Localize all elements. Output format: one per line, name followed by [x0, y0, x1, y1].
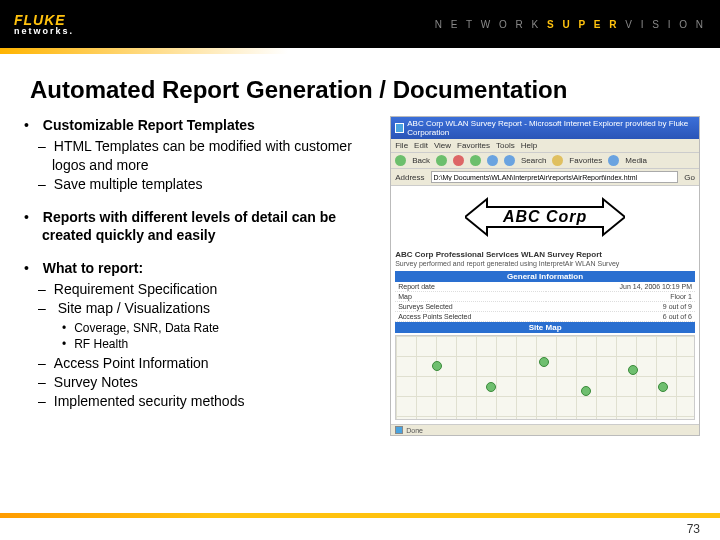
media-label[interactable]: Media	[625, 156, 647, 165]
bullet-3-1: Requirement Specification	[52, 280, 382, 299]
access-point-icon	[539, 357, 549, 367]
media-icon[interactable]	[608, 155, 619, 166]
done-icon	[395, 426, 403, 434]
table-row: Report dateJun 14, 2006 10:19 PM	[395, 282, 695, 292]
tagline-highlight: S U P E R	[547, 19, 619, 30]
ie-icon	[395, 123, 404, 133]
slide-title: Automated Report Generation / Documentat…	[0, 54, 720, 116]
status-bar: Done	[391, 424, 699, 435]
section-site-map: Site Map	[395, 322, 695, 333]
bullet-3-2-1: Coverage, SNR, Data Rate	[76, 320, 382, 336]
bullet-3-5: Implemented security methods	[52, 392, 382, 411]
access-point-icon	[486, 382, 496, 392]
bullet-1: Customizable Report Templates HTML Templ…	[42, 116, 382, 194]
cell-val: 6 out of 6	[546, 312, 695, 322]
brand-sub: networks.	[14, 26, 74, 36]
access-point-icon	[658, 382, 668, 392]
bullet-1-2: Save multiple templates	[52, 175, 382, 194]
menu-view[interactable]: View	[434, 141, 451, 150]
home-icon[interactable]	[487, 155, 498, 166]
window-titlebar[interactable]: ABC Corp WLAN Survey Report - Microsoft …	[391, 117, 699, 139]
section-general-info: General Information	[395, 271, 695, 282]
cell-key: Access Points Selected	[395, 312, 546, 322]
toolbar: Back Search Favorites Media	[391, 153, 699, 169]
cell-key: Map	[395, 292, 546, 302]
brand-header: FLUKE networks. N E T W O R K S U P E R …	[0, 0, 720, 48]
report-subtitle: Survey performed and report generated us…	[395, 260, 695, 267]
refresh-icon[interactable]	[470, 155, 481, 166]
content-area: Customizable Report Templates HTML Templ…	[0, 116, 720, 436]
bullet-1-label: Customizable Report Templates	[43, 117, 255, 133]
site-map	[395, 335, 695, 420]
brand-logo: FLUKE networks.	[14, 12, 74, 36]
bullet-column: Customizable Report Templates HTML Templ…	[42, 116, 382, 436]
menu-help[interactable]: Help	[521, 141, 537, 150]
back-icon[interactable]	[395, 155, 406, 166]
bullet-3-label: What to report:	[43, 260, 143, 276]
back-label[interactable]: Back	[412, 156, 430, 165]
browser-window: ABC Corp WLAN Survey Report - Microsoft …	[390, 116, 700, 436]
address-input[interactable]	[431, 171, 679, 183]
menu-tools[interactable]: Tools	[496, 141, 515, 150]
favorites-icon[interactable]	[552, 155, 563, 166]
bullet-3: What to report: Requirement Specificatio…	[42, 259, 382, 411]
go-button[interactable]: Go	[684, 173, 695, 182]
cell-key: Report date	[395, 282, 546, 292]
menu-bar: File Edit View Favorites Tools Help	[391, 139, 699, 153]
bullet-3-4: Survey Notes	[52, 373, 382, 392]
window-title: ABC Corp WLAN Survey Report - Microsoft …	[407, 119, 695, 137]
favorites-label[interactable]: Favorites	[569, 156, 602, 165]
menu-edit[interactable]: Edit	[414, 141, 428, 150]
bullet-2-label: Reports with different levels of detail …	[42, 209, 336, 244]
cell-val: Jun 14, 2006 10:19 PM	[546, 282, 695, 292]
footer-accent-bar	[0, 513, 720, 518]
menu-file[interactable]: File	[395, 141, 408, 150]
tagline: N E T W O R K S U P E R V I S I O N	[435, 19, 706, 30]
cell-val: Floor 1	[546, 292, 695, 302]
stop-icon[interactable]	[453, 155, 464, 166]
info-table: Report dateJun 14, 2006 10:19 PM MapFloo…	[395, 282, 695, 322]
access-point-icon	[432, 361, 442, 371]
company-logo-arrow: ABC Corp	[465, 196, 625, 238]
bullet-3-2: Site map / Visualizations Coverage, SNR,…	[52, 299, 382, 352]
table-row: Access Points Selected6 out of 6	[395, 312, 695, 322]
page-number: 73	[687, 522, 700, 536]
address-bar: Address Go	[391, 169, 699, 186]
floorplan-grid	[396, 336, 694, 419]
search-icon[interactable]	[504, 155, 515, 166]
menu-favorites[interactable]: Favorites	[457, 141, 490, 150]
tagline-suffix: V I S I O N	[625, 19, 706, 30]
report-title: ABC Corp Professional Services WLAN Surv…	[395, 250, 695, 259]
bullet-3-2-2: RF Health	[76, 336, 382, 352]
cell-val: 9 out of 9	[546, 302, 695, 312]
forward-icon[interactable]	[436, 155, 447, 166]
address-label: Address	[395, 173, 424, 182]
bullet-1-1: HTML Templates can be modified with cust…	[52, 137, 382, 175]
report-body: ABC Corp ABC Corp Professional Services …	[391, 186, 699, 424]
bullet-2: Reports with different levels of detail …	[42, 208, 382, 246]
search-label[interactable]: Search	[521, 156, 546, 165]
table-row: MapFloor 1	[395, 292, 695, 302]
bullet-3-2-label: Site map / Visualizations	[58, 300, 210, 316]
tagline-prefix: N E T W O R K	[435, 19, 541, 30]
table-row: Surveys Selected9 out of 9	[395, 302, 695, 312]
company-name: ABC Corp	[503, 208, 587, 226]
access-point-icon	[581, 386, 591, 396]
bullet-3-3: Access Point Information	[52, 354, 382, 373]
status-text: Done	[406, 427, 423, 434]
cell-key: Surveys Selected	[395, 302, 546, 312]
